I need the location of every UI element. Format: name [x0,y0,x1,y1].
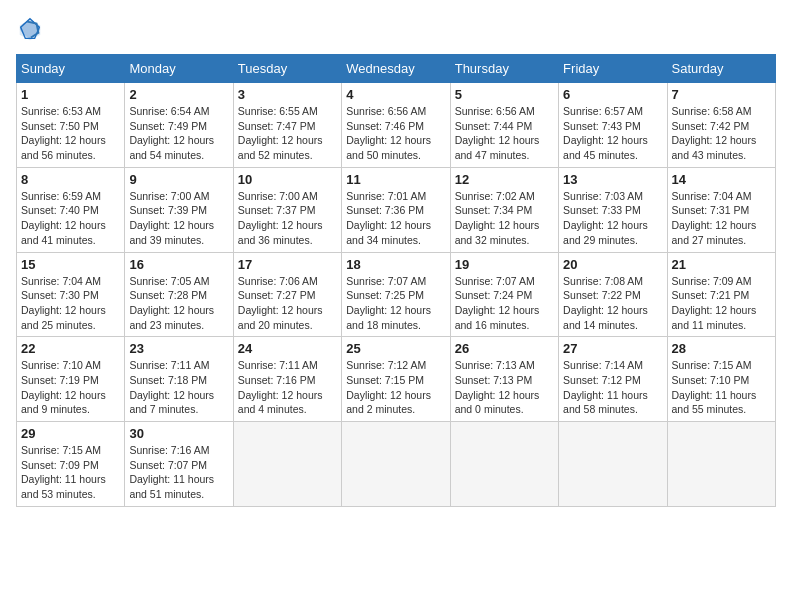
day-number: 9 [129,172,228,187]
day-detail: Sunrise: 7:09 AMSunset: 7:21 PMDaylight:… [672,274,771,333]
calendar-table: SundayMondayTuesdayWednesdayThursdayFrid… [16,54,776,507]
calendar-day-cell: 12Sunrise: 7:02 AMSunset: 7:34 PMDayligh… [450,167,558,252]
calendar-header-row: SundayMondayTuesdayWednesdayThursdayFrid… [17,55,776,83]
day-detail: Sunrise: 7:08 AMSunset: 7:22 PMDaylight:… [563,274,662,333]
calendar-week-row: 29Sunrise: 7:15 AMSunset: 7:09 PMDayligh… [17,422,776,507]
day-number: 22 [21,341,120,356]
day-number: 16 [129,257,228,272]
day-detail: Sunrise: 7:04 AMSunset: 7:31 PMDaylight:… [672,189,771,248]
calendar-day-cell [233,422,341,507]
calendar-day-cell: 19Sunrise: 7:07 AMSunset: 7:24 PMDayligh… [450,252,558,337]
calendar-day-cell: 22Sunrise: 7:10 AMSunset: 7:19 PMDayligh… [17,337,125,422]
calendar-day-cell: 25Sunrise: 7:12 AMSunset: 7:15 PMDayligh… [342,337,450,422]
day-detail: Sunrise: 7:07 AMSunset: 7:25 PMDaylight:… [346,274,445,333]
page-header [16,16,776,44]
calendar-day-cell: 3Sunrise: 6:55 AMSunset: 7:47 PMDaylight… [233,83,341,168]
day-detail: Sunrise: 7:11 AMSunset: 7:18 PMDaylight:… [129,358,228,417]
calendar-day-cell: 27Sunrise: 7:14 AMSunset: 7:12 PMDayligh… [559,337,667,422]
day-number: 2 [129,87,228,102]
day-detail: Sunrise: 6:56 AMSunset: 7:46 PMDaylight:… [346,104,445,163]
calendar-day-cell: 6Sunrise: 6:57 AMSunset: 7:43 PMDaylight… [559,83,667,168]
day-number: 3 [238,87,337,102]
calendar-day-cell: 18Sunrise: 7:07 AMSunset: 7:25 PMDayligh… [342,252,450,337]
calendar-day-cell: 15Sunrise: 7:04 AMSunset: 7:30 PMDayligh… [17,252,125,337]
day-number: 23 [129,341,228,356]
day-detail: Sunrise: 6:58 AMSunset: 7:42 PMDaylight:… [672,104,771,163]
day-detail: Sunrise: 7:12 AMSunset: 7:15 PMDaylight:… [346,358,445,417]
day-detail: Sunrise: 6:55 AMSunset: 7:47 PMDaylight:… [238,104,337,163]
calendar-day-cell: 30Sunrise: 7:16 AMSunset: 7:07 PMDayligh… [125,422,233,507]
day-number: 6 [563,87,662,102]
day-number: 18 [346,257,445,272]
calendar-day-cell: 16Sunrise: 7:05 AMSunset: 7:28 PMDayligh… [125,252,233,337]
calendar-day-cell: 8Sunrise: 6:59 AMSunset: 7:40 PMDaylight… [17,167,125,252]
calendar-week-row: 22Sunrise: 7:10 AMSunset: 7:19 PMDayligh… [17,337,776,422]
calendar-day-cell: 4Sunrise: 6:56 AMSunset: 7:46 PMDaylight… [342,83,450,168]
day-detail: Sunrise: 7:10 AMSunset: 7:19 PMDaylight:… [21,358,120,417]
calendar-day-cell: 23Sunrise: 7:11 AMSunset: 7:18 PMDayligh… [125,337,233,422]
day-number: 17 [238,257,337,272]
day-number: 25 [346,341,445,356]
day-detail: Sunrise: 6:59 AMSunset: 7:40 PMDaylight:… [21,189,120,248]
day-detail: Sunrise: 7:00 AMSunset: 7:37 PMDaylight:… [238,189,337,248]
calendar-day-cell: 11Sunrise: 7:01 AMSunset: 7:36 PMDayligh… [342,167,450,252]
day-detail: Sunrise: 6:54 AMSunset: 7:49 PMDaylight:… [129,104,228,163]
day-number: 20 [563,257,662,272]
calendar-day-cell: 29Sunrise: 7:15 AMSunset: 7:09 PMDayligh… [17,422,125,507]
day-number: 26 [455,341,554,356]
calendar-day-cell: 28Sunrise: 7:15 AMSunset: 7:10 PMDayligh… [667,337,775,422]
day-detail: Sunrise: 6:56 AMSunset: 7:44 PMDaylight:… [455,104,554,163]
calendar-week-row: 15Sunrise: 7:04 AMSunset: 7:30 PMDayligh… [17,252,776,337]
calendar-day-cell: 2Sunrise: 6:54 AMSunset: 7:49 PMDaylight… [125,83,233,168]
calendar-day-cell: 14Sunrise: 7:04 AMSunset: 7:31 PMDayligh… [667,167,775,252]
day-detail: Sunrise: 6:53 AMSunset: 7:50 PMDaylight:… [21,104,120,163]
day-detail: Sunrise: 7:15 AMSunset: 7:10 PMDaylight:… [672,358,771,417]
day-number: 29 [21,426,120,441]
day-number: 15 [21,257,120,272]
day-number: 13 [563,172,662,187]
day-number: 28 [672,341,771,356]
calendar-day-cell: 1Sunrise: 6:53 AMSunset: 7:50 PMDaylight… [17,83,125,168]
day-number: 4 [346,87,445,102]
logo [16,16,48,44]
day-detail: Sunrise: 7:06 AMSunset: 7:27 PMDaylight:… [238,274,337,333]
day-detail: Sunrise: 7:13 AMSunset: 7:13 PMDaylight:… [455,358,554,417]
day-detail: Sunrise: 7:02 AMSunset: 7:34 PMDaylight:… [455,189,554,248]
day-detail: Sunrise: 7:01 AMSunset: 7:36 PMDaylight:… [346,189,445,248]
weekday-header: Sunday [17,55,125,83]
day-number: 21 [672,257,771,272]
day-detail: Sunrise: 7:14 AMSunset: 7:12 PMDaylight:… [563,358,662,417]
calendar-week-row: 8Sunrise: 6:59 AMSunset: 7:40 PMDaylight… [17,167,776,252]
day-detail: Sunrise: 7:15 AMSunset: 7:09 PMDaylight:… [21,443,120,502]
calendar-day-cell: 20Sunrise: 7:08 AMSunset: 7:22 PMDayligh… [559,252,667,337]
calendar-day-cell: 7Sunrise: 6:58 AMSunset: 7:42 PMDaylight… [667,83,775,168]
calendar-day-cell [342,422,450,507]
day-number: 10 [238,172,337,187]
calendar-day-cell: 5Sunrise: 6:56 AMSunset: 7:44 PMDaylight… [450,83,558,168]
day-number: 7 [672,87,771,102]
day-number: 1 [21,87,120,102]
calendar-day-cell [559,422,667,507]
day-detail: Sunrise: 7:07 AMSunset: 7:24 PMDaylight:… [455,274,554,333]
calendar-day-cell: 9Sunrise: 7:00 AMSunset: 7:39 PMDaylight… [125,167,233,252]
day-number: 5 [455,87,554,102]
day-detail: Sunrise: 7:05 AMSunset: 7:28 PMDaylight:… [129,274,228,333]
day-number: 11 [346,172,445,187]
calendar-day-cell: 10Sunrise: 7:00 AMSunset: 7:37 PMDayligh… [233,167,341,252]
weekday-header: Wednesday [342,55,450,83]
calendar-day-cell: 13Sunrise: 7:03 AMSunset: 7:33 PMDayligh… [559,167,667,252]
day-detail: Sunrise: 7:00 AMSunset: 7:39 PMDaylight:… [129,189,228,248]
day-detail: Sunrise: 7:11 AMSunset: 7:16 PMDaylight:… [238,358,337,417]
calendar-day-cell: 26Sunrise: 7:13 AMSunset: 7:13 PMDayligh… [450,337,558,422]
weekday-header: Tuesday [233,55,341,83]
calendar-week-row: 1Sunrise: 6:53 AMSunset: 7:50 PMDaylight… [17,83,776,168]
day-number: 19 [455,257,554,272]
calendar-day-cell: 24Sunrise: 7:11 AMSunset: 7:16 PMDayligh… [233,337,341,422]
weekday-header: Friday [559,55,667,83]
day-number: 12 [455,172,554,187]
day-detail: Sunrise: 7:04 AMSunset: 7:30 PMDaylight:… [21,274,120,333]
weekday-header: Monday [125,55,233,83]
calendar-day-cell [450,422,558,507]
day-detail: Sunrise: 7:16 AMSunset: 7:07 PMDaylight:… [129,443,228,502]
day-number: 14 [672,172,771,187]
